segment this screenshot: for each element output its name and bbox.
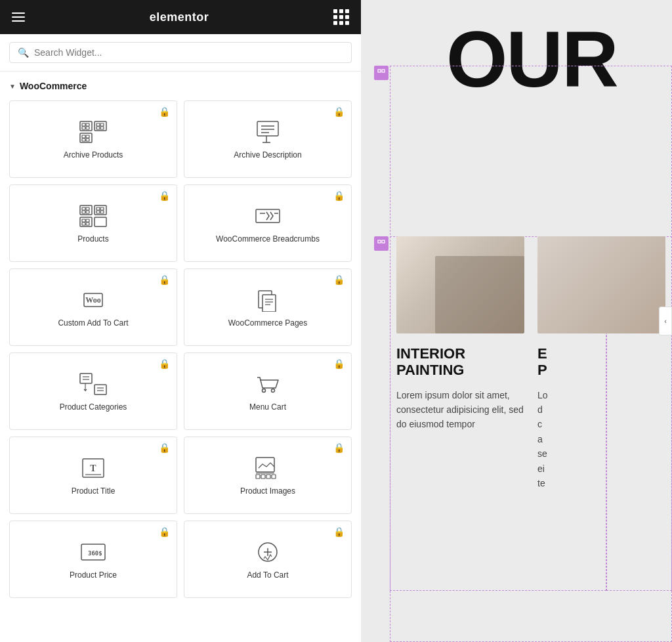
svg-rect-28 [100, 207, 104, 210]
widget-label: Archive Products [64, 150, 123, 161]
lock-icon: 🔒 [159, 526, 170, 537]
svg-rect-34 [82, 223, 85, 225]
product-card-2: EP Lodcaseeite [531, 236, 672, 490]
product-card-1: INTERIORPAINTING Lorem ipsum dolor sit a… [390, 236, 531, 490]
svg-rect-61 [261, 475, 265, 479]
search-icon: 🔍 [18, 47, 29, 58]
svg-rect-47 [80, 374, 92, 383]
widget-card-product-price[interactable]: 🔒 360$ Product Price [9, 521, 177, 598]
widget-card-menu-cart[interactable]: 🔒 Menu Cart [184, 353, 352, 430]
widget-label: Product Categories [60, 402, 127, 413]
lock-icon: 🔒 [159, 358, 170, 369]
widget-card-products[interactable]: 🔒 [9, 184, 177, 262]
product-image-2 [537, 236, 665, 333]
widget-label: Product Images [240, 486, 295, 497]
svg-text:Woo: Woo [85, 295, 100, 305]
svg-rect-60 [256, 475, 260, 479]
lock-icon: 🔒 [333, 358, 345, 369]
svg-rect-23 [86, 207, 89, 210]
search-input[interactable] [34, 47, 343, 58]
svg-rect-62 [266, 475, 270, 479]
widget-card-archive-products[interactable]: 🔒 [9, 100, 177, 178]
product-image-1 [396, 236, 524, 333]
widget-card-woo-pages[interactable]: 🔒 WooCommerce Pages [184, 268, 352, 346]
product-section: INTERIORPAINTING Lorem ipsum dolor sit a… [390, 236, 672, 490]
search-input-wrap[interactable]: 🔍 [9, 42, 352, 63]
add-to-cart-icon [253, 540, 282, 564]
svg-rect-13 [82, 139, 85, 141]
app-title: elementor [150, 11, 209, 24]
lock-icon: 🔒 [159, 190, 170, 201]
right-panel: OUR INTERIORPAINTING Lorem ipsum dolor [361, 0, 672, 642]
search-bar: 🔍 [0, 34, 361, 72]
breadcrumbs-icon [253, 204, 282, 228]
svg-rect-43 [262, 295, 276, 312]
widget-card-archive-description[interactable]: 🔒 Archive Description [184, 100, 352, 178]
widget-list: ▼ WooCommerce 🔒 [0, 72, 361, 642]
widget-label: Archive Description [234, 150, 301, 161]
svg-rect-72 [382, 240, 385, 243]
svg-point-54 [272, 389, 275, 393]
svg-rect-1 [82, 123, 85, 126]
widget-label: Products [77, 234, 108, 245]
product-title-icon: T [79, 456, 108, 480]
svg-rect-27 [96, 207, 100, 210]
lock-icon: 🔒 [333, 190, 345, 201]
svg-rect-32 [82, 219, 85, 222]
product-categories-icon [79, 372, 108, 396]
svg-rect-70 [382, 70, 385, 72]
svg-rect-22 [82, 207, 85, 210]
canvas-area: OUR INTERIORPAINTING Lorem ipsum dolor [361, 0, 672, 642]
collapse-panel-arrow[interactable]: ‹ [659, 307, 672, 335]
widget-card-product-categories[interactable]: 🔒 Product Categories [9, 353, 177, 430]
section-header: ▼ WooCommerce [9, 81, 352, 91]
svg-rect-24 [82, 211, 85, 213]
widget-card-add-to-cart[interactable]: 🔒 Add To Cart [184, 521, 352, 598]
archive-description-icon [253, 120, 282, 144]
column-handle-middle[interactable] [374, 236, 388, 251]
top-bar: elementor [0, 0, 361, 34]
svg-text:360$: 360$ [88, 550, 102, 557]
product-description-1: Lorem ipsum dolor sit amet, consectetur … [396, 388, 524, 432]
svg-rect-30 [100, 211, 104, 213]
svg-rect-7 [100, 123, 104, 126]
apps-grid-icon[interactable] [333, 9, 349, 25]
widget-label: WooCommerce Pages [228, 318, 308, 329]
widget-card-product-title[interactable]: 🔒 T Product Title [9, 437, 177, 514]
svg-point-53 [262, 389, 266, 393]
hamburger-icon[interactable] [12, 12, 25, 22]
svg-rect-63 [272, 475, 276, 479]
svg-rect-35 [86, 223, 89, 225]
svg-rect-69 [378, 70, 381, 72]
left-panel: elementor 🔍 ▼ WooCommerce 🔒 [0, 0, 361, 642]
svg-rect-15 [257, 121, 278, 136]
lock-icon: 🔒 [333, 274, 345, 285]
lock-icon: 🔒 [159, 106, 170, 117]
widget-card-breadcrumbs[interactable]: 🔒 WooCommerce Breadcrumbs [184, 184, 352, 262]
svg-text:T: T [90, 463, 96, 473]
woo-pages-icon [253, 288, 282, 312]
widget-label: Menu Cart [249, 402, 286, 413]
svg-rect-8 [96, 127, 100, 129]
widget-label: Product Title [72, 486, 116, 497]
svg-rect-6 [96, 123, 100, 126]
widget-label: Custom Add To Cart [58, 318, 128, 329]
svg-rect-58 [256, 458, 274, 472]
lock-icon: 🔒 [333, 106, 345, 117]
svg-rect-11 [82, 135, 85, 138]
svg-rect-37 [256, 209, 280, 223]
product-title-2: EP [537, 345, 665, 379]
widget-card-product-images[interactable]: 🔒 Product Images [184, 437, 352, 514]
widget-label: Add To Cart [247, 570, 288, 581]
column-handle-top[interactable] [374, 66, 388, 80]
svg-rect-25 [86, 211, 89, 213]
lock-icon: 🔒 [333, 442, 345, 453]
svg-rect-29 [96, 211, 100, 213]
lock-icon: 🔒 [159, 274, 170, 285]
widget-card-custom-add-to-cart[interactable]: 🔒 Woo Custom Add To Cart [9, 268, 177, 346]
svg-rect-33 [86, 219, 89, 222]
products-icon [79, 204, 108, 228]
svg-rect-4 [86, 127, 89, 129]
widgets-grid: 🔒 [9, 100, 352, 607]
custom-add-to-cart-icon: Woo [79, 288, 108, 312]
